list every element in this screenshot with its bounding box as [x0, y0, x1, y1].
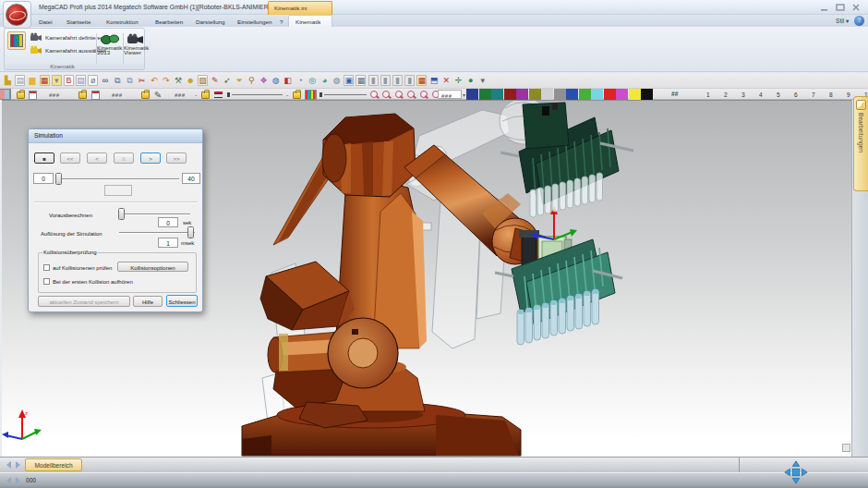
maximize-button[interactable] [836, 4, 845, 11]
bearbeitungen-tab[interactable]: Bearbeitungen [853, 96, 868, 191]
precompute-handle[interactable] [118, 208, 125, 220]
stop-first-collision-checkbox[interactable] [43, 278, 50, 285]
play-button[interactable]: > [140, 152, 161, 164]
plus-arrows-icon[interactable]: ✛ [453, 75, 464, 86]
ribbon-tab-startseite[interactable]: Startseite [66, 18, 90, 25]
prev-model-arrow[interactable] [6, 461, 11, 469]
binoculars-icon[interactable]: ∞ [101, 75, 111, 86]
globe-gray-icon[interactable]: ◍ [332, 75, 342, 86]
palette-color-9[interactable] [566, 89, 578, 100]
range-end-field[interactable]: 40 [182, 173, 200, 184]
resolution-field[interactable]: 1 [158, 238, 178, 248]
view-number-9[interactable]: 9 [847, 92, 850, 99]
lock-icon-4[interactable] [201, 92, 210, 99]
linewidth-slider[interactable] [232, 94, 283, 95]
transparency-handle[interactable] [319, 92, 322, 97]
document-tab[interactable]: Kinematik.ini [268, 1, 332, 15]
lock-icon-2[interactable] [78, 92, 87, 99]
ribbon-tab-bearbeiten[interactable]: Bearbeiten [155, 18, 183, 25]
lock-icon-1[interactable] [17, 92, 25, 99]
cut-knife-icon[interactable]: ✂ [137, 75, 147, 86]
resolution-track[interactable] [119, 232, 195, 233]
open-folder-icon[interactable]: ▆ [27, 75, 37, 86]
palette-color-15[interactable] [641, 89, 653, 100]
save-state-button[interactable]: aktuellen Zustand speichern [38, 296, 130, 307]
palette-color-13[interactable] [616, 89, 628, 100]
doc-b-icon[interactable]: B [64, 75, 74, 86]
dropdown-icon[interactable]: ▾ [477, 75, 488, 86]
viewport-3d[interactable]: z Simulation ■ << < II > >> 0 40 Vorausb… [2, 100, 851, 457]
palette-color-12[interactable] [604, 89, 616, 100]
window-blue-icon[interactable]: ▣ [344, 75, 354, 86]
linestyle-icon[interactable] [214, 92, 223, 98]
rewind-button[interactable]: << [60, 152, 80, 164]
pan-navigation-icon[interactable] [781, 459, 811, 485]
color-grid-icon[interactable] [306, 91, 316, 99]
zoom-icon-5[interactable] [419, 90, 428, 100]
cylinder-1-icon[interactable]: ▮ [368, 75, 379, 86]
palette-color-10[interactable] [579, 89, 591, 100]
kinematik-grid-icon[interactable] [7, 31, 26, 50]
stop-button[interactable]: ■ [34, 152, 54, 164]
monitor-arrow-icon[interactable]: ⧉ [125, 75, 135, 86]
copy-pages-icon[interactable]: ▤ [76, 75, 86, 86]
palette-icon[interactable]: ❖ [259, 75, 269, 86]
sphere-arrows-icon[interactable]: ◔ [295, 75, 306, 86]
help-button[interactable]: Hilfe [133, 296, 163, 307]
donut-teal-icon[interactable]: ◎ [307, 75, 318, 86]
page-icon-2[interactable] [91, 91, 100, 100]
zoom-icon-4[interactable] [406, 90, 416, 100]
palette-color-5[interactable] [516, 89, 528, 100]
collision-options-button[interactable]: Kollisionsoptionen [117, 262, 188, 272]
x-red-blue-icon[interactable]: ✕ [441, 75, 452, 86]
lock-icon-3[interactable] [141, 92, 150, 99]
ribbon-tab-konstruktion[interactable]: Konstruktion [106, 18, 139, 25]
pencil-icon[interactable]: ✎ [154, 90, 162, 100]
lock-icon-5[interactable] [293, 92, 301, 99]
globe-blue-icon[interactable]: ◍ [271, 75, 281, 86]
palette-color-14[interactable] [629, 89, 641, 100]
machine-icon[interactable]: ⚒ [174, 75, 184, 86]
style-selector[interactable]: Stil ▾ [836, 18, 849, 25]
palette-color-8[interactable] [554, 89, 566, 100]
minimize-button[interactable] [820, 4, 829, 11]
move-arrow-icon[interactable]: ➶ [222, 75, 232, 86]
view-number-1[interactable]: 1 [706, 92, 710, 99]
view-number-7[interactable]: 7 [812, 92, 815, 99]
step-back-button[interactable]: < [87, 152, 107, 164]
red-box-icon[interactable]: ◧ [283, 75, 293, 86]
hatch-icon[interactable]: ## [671, 91, 678, 98]
zoom-icon-3[interactable] [394, 90, 404, 100]
ribbon-tab-einstellungen[interactable]: Einstellungen [237, 18, 271, 25]
precompute-track[interactable] [119, 214, 190, 214]
pause-button[interactable]: II [114, 152, 134, 164]
palette-color-11[interactable] [591, 89, 603, 100]
view-number-3[interactable]: 3 [741, 92, 745, 99]
ribbon-tab-datei[interactable]: Datei [39, 18, 53, 25]
layer-dropdown-arrow[interactable]: ▾ [463, 92, 465, 98]
next-layer-arrow[interactable] [16, 477, 20, 484]
timeline-handle[interactable] [55, 173, 62, 185]
device-blue-icon[interactable]: ⬒ [429, 75, 440, 86]
palette-color-6[interactable] [529, 89, 541, 100]
palette-color-1[interactable] [466, 89, 478, 100]
current-layer-field[interactable]: ### [438, 90, 462, 99]
cylinder-3-icon[interactable]: ▮ [392, 75, 403, 86]
view-number-5[interactable]: 5 [777, 92, 780, 99]
palette-color-4[interactable] [504, 89, 516, 100]
zoom-icon-2[interactable] [381, 90, 391, 100]
check-collisions-checkbox[interactable] [43, 264, 50, 271]
precompute-field[interactable]: 0 [158, 217, 178, 227]
view-number-8[interactable]: 8 [829, 92, 833, 99]
page-icon-1[interactable] [29, 91, 37, 100]
model-area-tab[interactable]: Modellbereich [25, 458, 82, 471]
close-button[interactable] [851, 4, 861, 11]
megacad-logo[interactable] [3, 1, 31, 29]
prev-layer-arrow[interactable] [6, 477, 11, 484]
ribbon-tab-[interactable]: ? [280, 18, 283, 25]
close-dialog-button[interactable]: Schliessen [166, 295, 198, 307]
ribbon-tab-darstellung[interactable]: Darstellung [196, 18, 225, 25]
cylinder-2-icon[interactable]: ▮ [380, 75, 391, 86]
palette-color-2[interactable] [479, 89, 491, 100]
fast-forward-button[interactable]: >> [166, 152, 187, 164]
